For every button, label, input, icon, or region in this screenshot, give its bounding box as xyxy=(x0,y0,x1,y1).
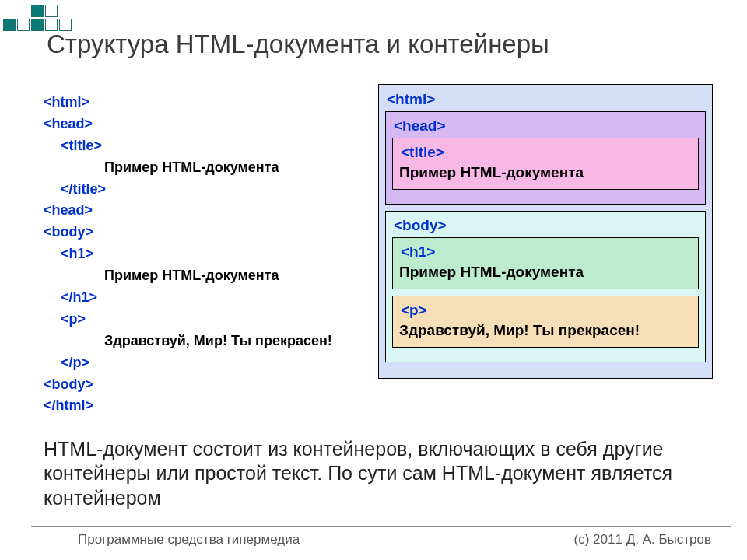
code-line: </p> xyxy=(44,352,370,374)
code-listing: <html> <head> <title> Пример HTML-докуме… xyxy=(44,92,370,417)
code-line: Пример HTML-документа xyxy=(44,157,370,179)
code-line: <html> xyxy=(44,92,370,114)
code-line: <head> xyxy=(44,114,370,135)
code-line: </html> xyxy=(44,395,370,417)
slide-title: Структура HTML-документа и контейнеры xyxy=(47,30,549,59)
container-diagram: <html> <head> <title> Пример HTML-докуме… xyxy=(378,84,713,379)
code-line: </title> xyxy=(44,179,370,201)
footer-right: (с) 2011 Д. А. Быстров xyxy=(574,532,711,548)
p-tag-label: <p> xyxy=(401,302,692,319)
body-container: <body> <h1> Пример HTML-документа <p> Зд… xyxy=(385,211,706,362)
code-line: <h1> xyxy=(44,243,370,265)
code-line: Здравствуй, Мир! Ты прекрасен! xyxy=(44,331,370,352)
footer-divider xyxy=(31,526,731,527)
h1-container: <h1> Пример HTML-документа xyxy=(392,237,699,289)
code-line: </h1> xyxy=(44,287,370,309)
head-container: <head> <title> Пример HTML-документа xyxy=(385,111,706,205)
h1-text: Пример HTML-документа xyxy=(399,264,692,281)
code-line: <head> xyxy=(44,200,370,222)
h1-tag-label: <h1> xyxy=(401,243,692,261)
description-paragraph: HTML-документ состоит из контейнеров, вк… xyxy=(44,437,705,510)
head-tag-label: <head> xyxy=(394,117,699,135)
code-line: <title> xyxy=(44,135,370,157)
code-line: Пример HTML-документа xyxy=(44,265,370,287)
title-text: Пример HTML-документа xyxy=(399,164,692,181)
code-line: <body> xyxy=(44,374,370,396)
footer-left: Программные средства гипермедиа xyxy=(78,532,300,548)
title-container: <title> Пример HTML-документа xyxy=(392,138,699,190)
body-tag-label: <body> xyxy=(394,217,699,234)
code-line: <body> xyxy=(44,222,370,243)
p-text: Здравствуй, Мир! Ты прекрасен! xyxy=(399,322,692,339)
title-tag-label: <title> xyxy=(401,144,692,161)
code-line: <p> xyxy=(44,309,370,331)
p-container: <p> Здравствуй, Мир! Ты прекрасен! xyxy=(392,296,699,348)
html-tag-label: <html> xyxy=(387,91,706,108)
